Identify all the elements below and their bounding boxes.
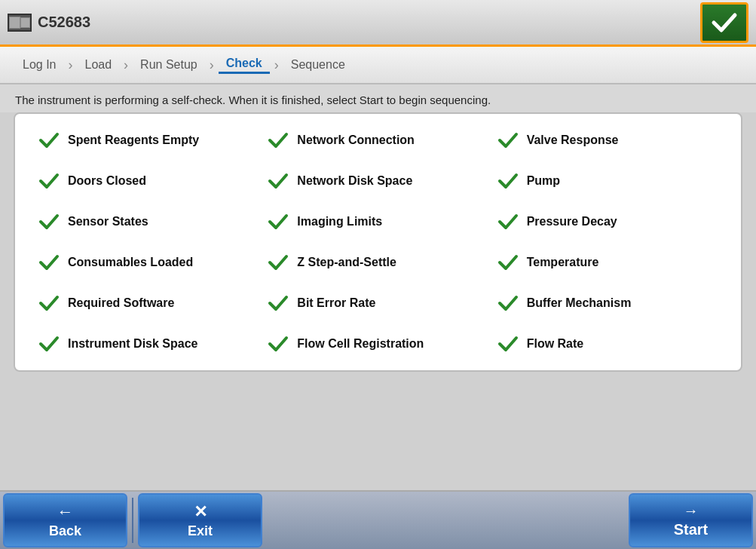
check-pass-icon [38,129,60,152]
instrument-name: C52683 [38,14,90,31]
check-pass-icon [267,251,289,274]
instruction-text: The instrument is performing a self-chec… [0,84,756,112]
check-item: Valve Response [497,129,718,152]
check-pass-icon [267,129,289,152]
check-item: Spent Reagents Empty [38,129,259,152]
check-item: Flow Cell Registration [267,333,488,355]
check-label: Flow Rate [527,337,584,351]
check-pass-icon [38,251,60,274]
nav-sequence[interactable]: Sequence [283,58,353,72]
exit-label: Exit [188,523,213,539]
check-pass-icon [38,210,60,233]
check-label: Valve Response [527,133,619,147]
back-label: Back [49,523,81,539]
exit-icon: ✕ [194,502,207,522]
start-label: Start [674,521,709,538]
check-label: Temperature [527,256,599,269]
check-pass-icon [497,251,519,274]
instrument-icon [8,14,32,32]
check-label: Pump [527,174,560,188]
check-label: Bit Error Rate [297,296,375,310]
check-pass-icon [497,292,519,314]
check-pass-icon [497,210,519,233]
check-item: Doors Closed [38,170,259,192]
check-item: Sensor States [38,210,259,233]
check-pass-icon [267,333,289,355]
bottom-bar: ← Back ✕ Exit → Start [0,490,756,549]
check-label: Imaging Limits [297,215,382,228]
check-pass-icon [267,210,289,233]
start-button[interactable]: → Start [629,493,753,547]
check-label: Doors Closed [68,174,146,188]
checkmark-icon [709,8,739,38]
check-item: Temperature [497,251,718,274]
check-pass-icon [38,170,60,192]
header: C52683 [0,0,756,47]
check-item: Consumables Loaded [38,251,259,274]
check-item: Flow Rate [497,333,718,355]
check-item: Pressure Decay [497,210,718,233]
check-pass-icon [267,170,289,192]
check-panel: Spent Reagents EmptyNetwork ConnectionVa… [14,112,742,372]
check-label: Network Connection [297,133,415,147]
nav-login[interactable]: Log In [15,58,63,72]
check-pass-icon [267,292,289,314]
check-item: Pump [497,170,718,192]
header-title: C52683 [8,14,90,32]
check-item: Instrument Disk Space [38,333,259,355]
nav-arrow-1: › [63,57,77,73]
check-label: Spent Reagents Empty [68,133,199,147]
nav-arrow-3: › [205,57,219,73]
back-icon: ← [57,502,74,522]
back-button[interactable]: ← Back [3,493,127,547]
start-icon: → [684,502,699,520]
check-label: Pressure Decay [527,215,617,228]
nav-arrow-2: › [119,57,133,73]
check-pass-icon [497,170,519,192]
check-pass-icon [38,333,60,355]
check-label: Instrument Disk Space [68,337,198,351]
check-item: Z Step-and-Settle [267,251,488,274]
check-pass-icon [497,129,519,152]
check-label: Buffer Mechanism [527,296,632,310]
check-item: Network Disk Space [267,170,488,192]
nav-load[interactable]: Load [77,58,119,72]
check-pass-icon [38,292,60,314]
divider-1 [132,498,133,543]
check-item: Imaging Limits [267,210,488,233]
check-item: Bit Error Rate [267,292,488,314]
check-item: Network Connection [267,129,488,152]
nav-bar: Log In › Load › Run Setup › Check › Sequ… [0,47,756,84]
check-label: Consumables Loaded [68,256,193,269]
check-label: Sensor States [68,215,148,228]
check-grid: Spent Reagents EmptyNetwork ConnectionVa… [38,129,718,355]
check-label: Flow Cell Registration [297,337,424,351]
nav-check[interactable]: Check [219,57,270,74]
exit-button[interactable]: ✕ Exit [138,493,262,547]
check-label: Z Step-and-Settle [297,256,396,269]
check-item: Buffer Mechanism [497,292,718,314]
nav-arrow-4: › [270,57,283,73]
nav-runsetup[interactable]: Run Setup [133,58,205,72]
confirm-button[interactable] [700,2,748,43]
check-item: Required Software [38,292,259,314]
check-pass-icon [497,333,519,355]
check-label: Network Disk Space [297,174,412,188]
check-label: Required Software [68,296,174,310]
